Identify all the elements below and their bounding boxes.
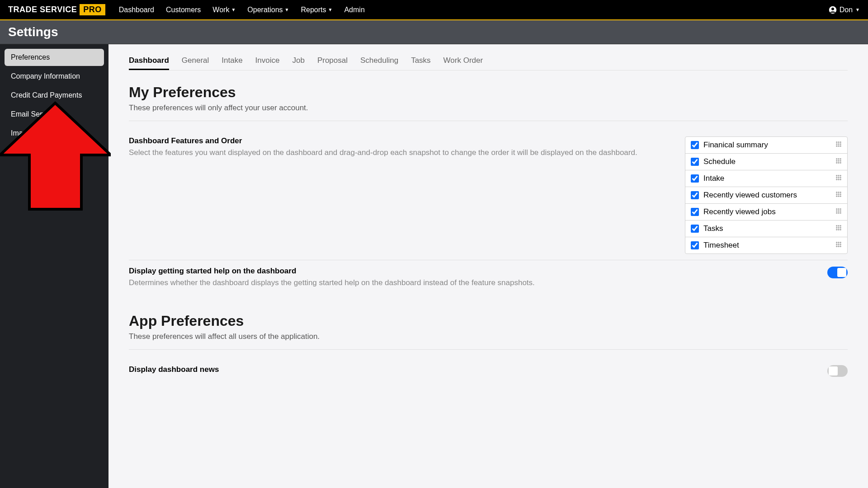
tab-label: Proposal (317, 56, 348, 65)
drag-handle-icon[interactable] (835, 224, 842, 233)
page-title: Settings (8, 25, 860, 39)
dashboard-news-toggle[interactable] (827, 365, 848, 377)
app-preferences-heading: App Preferences (129, 313, 848, 329)
tab-work-order[interactable]: Work Order (443, 52, 483, 70)
svg-point-31 (838, 192, 839, 193)
nav-work[interactable]: Work▼ (212, 6, 236, 14)
feature-item[interactable]: Schedule (685, 153, 848, 170)
tab-scheduling[interactable]: Scheduling (360, 52, 398, 70)
svg-point-22 (838, 175, 839, 176)
nav-customers-label: Customers (166, 6, 201, 14)
tab-general[interactable]: General (182, 52, 209, 70)
feature-label: Finanical summary (703, 141, 768, 150)
nav-reports[interactable]: Reports▼ (301, 6, 332, 14)
tab-proposal[interactable]: Proposal (317, 52, 348, 70)
feature-checkbox[interactable] (691, 225, 699, 233)
pref-getting-started-row: Display getting started help on the dash… (129, 260, 848, 295)
sidebar-item-label: Preferences (11, 53, 50, 61)
svg-point-24 (836, 177, 837, 178)
feature-label: Timesheet (703, 241, 739, 250)
svg-point-4 (838, 141, 839, 143)
feature-item[interactable]: Finanical summary (685, 136, 848, 154)
feature-checkbox[interactable] (691, 208, 699, 216)
main-content: Dashboard General Intake Invoice Job Pro… (108, 44, 868, 488)
svg-point-59 (840, 242, 841, 243)
svg-point-64 (838, 246, 839, 247)
nav-operations-label: Operations (247, 6, 283, 14)
drag-handle-icon[interactable] (835, 241, 842, 250)
nav-admin[interactable]: Admin (344, 6, 364, 14)
drag-handle-icon[interactable] (835, 174, 842, 183)
feature-item[interactable]: Timesheet (685, 237, 848, 254)
sidebar-item-credit-card-payments[interactable]: Credit Card Payments (5, 87, 104, 104)
feature-checkbox[interactable] (691, 241, 699, 249)
tab-intake[interactable]: Intake (222, 52, 242, 70)
svg-point-23 (840, 175, 841, 176)
tab-dashboard[interactable]: Dashboard (129, 52, 169, 70)
svg-point-27 (836, 179, 837, 180)
svg-point-15 (836, 160, 837, 161)
nav-reports-label: Reports (301, 6, 326, 14)
tab-tasks[interactable]: Tasks (411, 52, 430, 70)
svg-point-11 (840, 145, 841, 147)
svg-point-40 (838, 208, 839, 210)
feature-item[interactable]: Recently viewed customers (685, 187, 848, 204)
feature-item[interactable]: Tasks (685, 220, 848, 237)
nav-operations[interactable]: Operations▼ (247, 6, 289, 14)
tab-invoice[interactable]: Invoice (255, 52, 280, 70)
tabs: Dashboard General Intake Invoice Job Pro… (129, 52, 848, 70)
nav-links: Dashboard Customers Work▼ Operations▼ Re… (119, 6, 365, 14)
nav-dashboard[interactable]: Dashboard (119, 6, 154, 14)
svg-point-53 (840, 227, 841, 228)
getting-started-toggle[interactable] (827, 267, 848, 278)
sidebar-item-preferences[interactable]: Preferences (5, 49, 104, 66)
sidebar-item-images[interactable]: Images (5, 125, 104, 142)
svg-point-50 (840, 225, 841, 226)
nav-dashboard-label: Dashboard (119, 6, 154, 14)
user-name: Don (840, 6, 853, 14)
getting-started-title: Display getting started help on the dash… (129, 267, 667, 276)
svg-point-13 (838, 158, 839, 160)
svg-point-12 (836, 158, 837, 160)
tab-job[interactable]: Job (292, 52, 304, 70)
feature-checkbox[interactable] (691, 141, 699, 149)
svg-point-19 (838, 162, 839, 164)
svg-point-26 (840, 177, 841, 178)
svg-point-54 (836, 229, 837, 230)
svg-point-34 (838, 193, 839, 195)
feature-label: Recently viewed customers (703, 191, 797, 200)
sidebar-item-label: Email Server (11, 110, 52, 118)
drag-handle-icon[interactable] (835, 157, 842, 166)
sidebar-item-company-information[interactable]: Company Information (5, 68, 104, 85)
logo: TRADE SERVICE PRO (8, 4, 105, 15)
svg-point-47 (840, 212, 841, 214)
nav-customers[interactable]: Customers (166, 6, 201, 14)
drag-handle-icon[interactable] (835, 191, 842, 200)
feature-item[interactable]: Recently viewed jobs (685, 203, 848, 221)
sidebar-item-email-server[interactable]: Email Server (5, 106, 104, 123)
feature-checkbox[interactable] (691, 174, 699, 183)
user-menu[interactable]: Don ▼ (829, 6, 860, 14)
svg-point-43 (838, 210, 839, 211)
features-title: Dashboard Features and Order (129, 136, 667, 145)
tab-label: Work Order (443, 56, 483, 65)
svg-point-38 (840, 196, 841, 197)
drag-handle-icon[interactable] (835, 141, 842, 150)
svg-point-7 (838, 143, 839, 145)
feature-checkbox[interactable] (691, 191, 699, 199)
tab-label: Dashboard (129, 56, 169, 65)
svg-point-32 (840, 192, 841, 193)
sidebar-item-label: Company Information (11, 72, 80, 80)
svg-point-46 (838, 212, 839, 214)
svg-point-33 (836, 193, 837, 195)
tab-label: Invoice (255, 56, 280, 65)
svg-point-65 (840, 246, 841, 247)
svg-point-20 (840, 162, 841, 164)
page-header: Settings (0, 20, 868, 44)
feature-item[interactable]: Intake (685, 170, 848, 187)
svg-point-30 (836, 192, 837, 193)
drag-handle-icon[interactable] (835, 207, 842, 216)
feature-label: Schedule (703, 157, 736, 166)
tab-label: Tasks (411, 56, 430, 65)
feature-checkbox[interactable] (691, 158, 699, 166)
